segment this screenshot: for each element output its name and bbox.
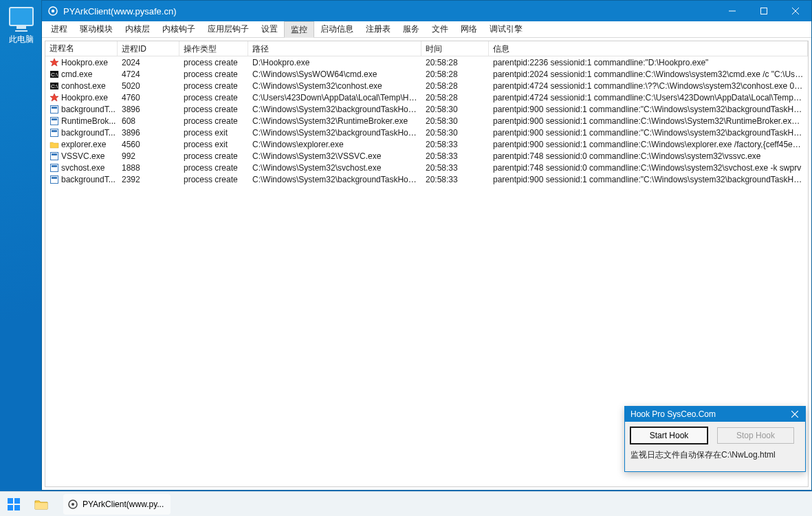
popup-note: 监视日志文件自动保存在C:\NwLog.html	[630, 449, 800, 461]
cell-pid: 2024	[118, 58, 179, 67]
taskbar-task-pyark[interactable]: PYArkClient(www.py...	[63, 494, 171, 515]
cell-op: process create	[179, 105, 248, 114]
cell-name: RuntimeBrok...	[61, 116, 116, 126]
svg-rect-14	[52, 130, 57, 132]
svg-rect-23	[8, 505, 13, 510]
popup-title: Hook Pro SysCeo.Com	[630, 409, 716, 419]
cell-op: process create	[179, 58, 248, 67]
cell-pid: 4560	[118, 140, 179, 149]
cell-name: backgroundT...	[61, 175, 116, 184]
svg-point-1	[52, 10, 54, 12]
table-row[interactable]: C:\cmd.exe4724process createC:\Windows\S…	[45, 68, 808, 80]
app-icon	[50, 105, 59, 114]
cell-info: parentpid:2024 sessionid:1 commandline:C…	[489, 69, 808, 79]
svg-marker-8	[50, 94, 58, 101]
table-row[interactable]: Hookpro.exe2024process createD:\Hookpro.…	[45, 56, 808, 68]
table-row[interactable]: explorer.exe4560process exitC:\Windows\e…	[45, 138, 808, 150]
cell-info: parentpid:900 sessionid:1 commandline:"C…	[489, 128, 808, 138]
cell-pid: 2392	[118, 175, 179, 184]
cell-path: C:\Windows\System32\RuntimeBroker.exe	[248, 116, 421, 126]
cell-time: 20:58:33	[421, 175, 489, 184]
col-operation[interactable]: 操作类型	[179, 41, 248, 56]
svg-rect-25	[35, 503, 47, 509]
cell-path: C:\Windows\SysWOW64\cmd.exe	[248, 69, 421, 79]
menu-item[interactable]: 驱动模块	[74, 21, 119, 37]
star-icon	[50, 93, 59, 103]
menu-item[interactable]: 文件	[426, 21, 454, 37]
cell-name: cmd.exe	[61, 69, 92, 79]
svg-rect-20	[52, 177, 57, 179]
menu-item[interactable]: 启动信息	[314, 21, 360, 37]
cell-info: parentpid:900 sessionid:1 commandline:C:…	[489, 116, 808, 126]
table-row[interactable]: backgroundT...2392process createC:\Windo…	[45, 173, 808, 185]
cell-name: Hookpro.exe	[61, 93, 108, 103]
col-path[interactable]: 路径	[248, 41, 421, 56]
menu-item[interactable]: 内核层	[119, 21, 156, 37]
start-button[interactable]	[1, 492, 26, 517]
col-info[interactable]: 信息	[489, 41, 808, 56]
star-icon	[50, 58, 59, 67]
app-icon	[50, 116, 59, 126]
hookpro-popup: Hook Pro SysCeo.Com Start Hook Stop Hook…	[624, 406, 806, 472]
menu-item[interactable]: 设置	[255, 21, 284, 37]
cell-info: parentpid:900 sessionid:1 commandline:C:…	[489, 140, 808, 149]
cell-time: 20:58:33	[421, 163, 489, 173]
col-time[interactable]: 时间	[421, 41, 489, 56]
cell-path: D:\Hookpro.exe	[248, 58, 421, 67]
monitor-icon	[9, 7, 34, 26]
cell-path: C:\Windows\System32\backgroundTaskHost.e…	[248, 105, 421, 114]
app-icon	[47, 6, 58, 17]
cell-path: C:\Windows\System32\backgroundTaskHost.e…	[248, 128, 421, 138]
cell-time: 20:58:28	[421, 81, 489, 91]
table-row[interactable]: RuntimeBrok...608process createC:\Window…	[45, 115, 808, 127]
table-row[interactable]: VSSVC.exe992process createC:\Windows\Sys…	[45, 150, 808, 162]
cell-pid: 992	[118, 151, 179, 161]
cell-path: C:\Users\423Down\AppData\Local\Temp\Hook…	[248, 93, 421, 103]
cell-op: process create	[179, 116, 248, 126]
desktop-icon-this-pc[interactable]: 此电脑	[4, 7, 39, 45]
cell-op: process exit	[179, 128, 248, 138]
task-app-icon	[67, 499, 78, 510]
table-row[interactable]: svchost.exe1888process createC:\Windows\…	[45, 162, 808, 173]
col-process-id[interactable]: 进程ID	[118, 41, 179, 56]
menu-item[interactable]: 服务	[397, 21, 426, 37]
cell-time: 20:58:33	[421, 140, 489, 149]
cmd-icon: C:\	[50, 69, 59, 79]
close-button[interactable]	[780, 1, 811, 21]
cell-path: C:\Windows\explorer.exe	[248, 140, 421, 149]
cell-name: explorer.exe	[61, 140, 106, 149]
menu-item[interactable]: 进程	[45, 21, 74, 37]
table-row[interactable]: backgroundT...3896process exitC:\Windows…	[45, 127, 808, 138]
start-hook-button[interactable]: Start Hook	[630, 427, 707, 444]
stop-hook-button[interactable]: Stop Hook	[717, 427, 794, 444]
minimize-button[interactable]	[716, 1, 748, 21]
menu-item[interactable]: 监控	[284, 21, 314, 38]
table-row[interactable]: C:\conhost.exe5020process createC:\Windo…	[45, 80, 808, 92]
table-row[interactable]: Hookpro.exe4760process createC:\Users\42…	[45, 92, 808, 103]
cell-name: Hookpro.exe	[61, 58, 108, 67]
menu-item[interactable]: 网络	[454, 21, 483, 37]
menu-item[interactable]: 调试引擎	[483, 21, 529, 37]
svg-text:C:\: C:\	[51, 72, 58, 78]
popup-close-button[interactable]	[789, 408, 801, 420]
cell-pid: 608	[118, 116, 179, 126]
taskbar: PYArkClient(www.py...	[0, 491, 812, 516]
cell-info: parentpid:900 sessionid:1 commandline:"C…	[489, 175, 808, 184]
svg-marker-3	[50, 58, 58, 66]
popup-titlebar[interactable]: Hook Pro SysCeo.Com	[625, 407, 805, 422]
menu-item[interactable]: 注册表	[360, 21, 397, 37]
cell-time: 20:58:28	[421, 58, 489, 67]
svg-rect-18	[52, 165, 57, 167]
menu-item[interactable]: 内核钩子	[156, 21, 201, 37]
table-row[interactable]: backgroundT...3896process createC:\Windo…	[45, 103, 808, 115]
cell-name: backgroundT...	[61, 128, 116, 138]
listview-header[interactable]: 进程名 进程ID 操作类型 路径 时间 信息	[45, 41, 808, 56]
desktop-icon-label: 此电脑	[4, 34, 39, 45]
cell-path: C:\Windows\System32\VSSVC.exe	[248, 151, 421, 161]
col-process-name[interactable]: 进程名	[45, 41, 118, 56]
menu-item[interactable]: 应用层钩子	[201, 21, 255, 37]
cell-info: parentpid:748 sessionid:0 commandline:C:…	[489, 163, 808, 173]
titlebar[interactable]: PYArkClient(www.pysafe.cn)	[42, 1, 811, 21]
taskbar-explorer-icon[interactable]	[29, 492, 54, 517]
maximize-button[interactable]	[748, 1, 780, 21]
